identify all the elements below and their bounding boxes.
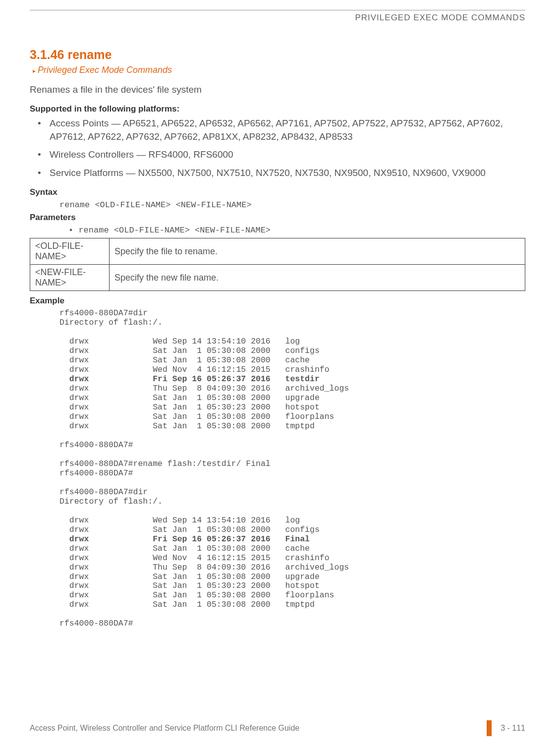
platform-item: Wireless Controllers — RFS4000, RFS6000 <box>50 148 525 162</box>
platform-item: Access Points — AP6521, AP6522, AP6532, … <box>50 117 525 143</box>
table-row: <OLD-FILE-NAME> Specify the file to rena… <box>30 238 525 265</box>
syntax-heading: Syntax <box>30 187 525 197</box>
parameters-heading: Parameters <box>30 213 525 223</box>
param-name: <OLD-FILE-NAME> <box>30 238 110 265</box>
section-description: Renames a file in the devices' file syst… <box>30 84 525 95</box>
table-row: <NEW-FILE-NAME> Specify the new file nam… <box>30 265 525 291</box>
running-header: PRIVILEGED EXEC MODE COMMANDS <box>30 13 525 23</box>
example-heading: Example <box>30 296 525 306</box>
footer-page-number: 3 - 111 <box>501 724 525 733</box>
parameters-table: <OLD-FILE-NAME> Specify the file to rena… <box>30 238 525 291</box>
section-title: 3.1.46 rename <box>30 48 525 62</box>
parameters-bullet: • rename <OLD-FILE-NAME> <NEW-FILE-NAME> <box>68 226 525 235</box>
param-name: <NEW-FILE-NAME> <box>30 265 110 291</box>
platforms-list: Access Points — AP6521, AP6522, AP6532, … <box>30 117 525 179</box>
footer-page-container: 3 - 111 <box>487 720 525 736</box>
footer-accent-mark <box>487 720 492 736</box>
param-desc: Specify the new file name. <box>110 265 525 291</box>
page-footer: Access Point, Wireless Controller and Se… <box>30 720 525 736</box>
footer-guide-title: Access Point, Wireless Controller and Se… <box>30 724 299 733</box>
example-output: rfs4000-880DA7#dir Directory of flash:/.… <box>59 309 525 629</box>
breadcrumb: Privileged Exec Mode Commands <box>33 65 525 75</box>
syntax-code: rename <OLD-FILE-NAME> <NEW-FILE-NAME> <box>59 200 525 210</box>
platforms-heading: Supported in the following platforms: <box>30 104 525 114</box>
platform-item: Service Platforms — NX5500, NX7500, NX75… <box>50 167 525 180</box>
param-desc: Specify the file to rename. <box>110 238 525 265</box>
header-rule <box>30 10 525 10</box>
